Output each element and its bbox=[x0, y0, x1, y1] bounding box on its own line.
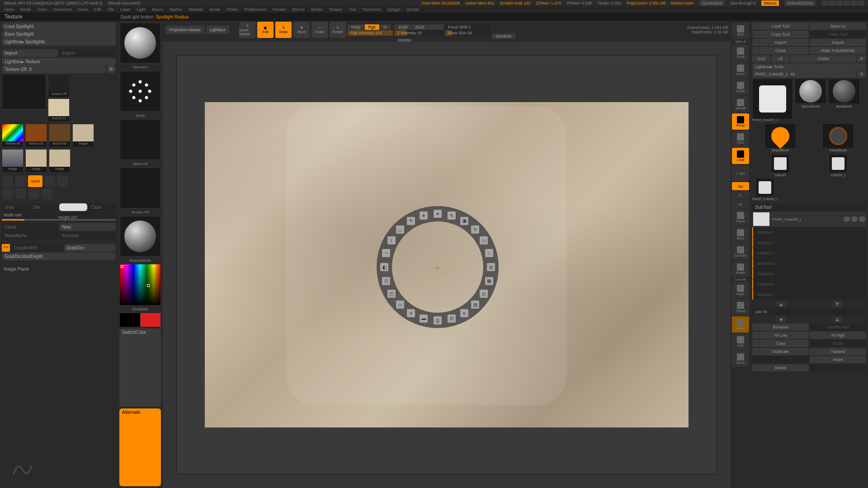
texture-slot[interactable]: BrushTxtr bbox=[49, 124, 71, 147]
main-color[interactable] bbox=[59, 203, 87, 211]
tex-tool-8[interactable] bbox=[42, 188, 52, 199]
texture-slot[interactable]: Image bbox=[2, 149, 24, 173]
subtool-slot[interactable]: Unused 2 bbox=[752, 238, 866, 248]
tool-r-button[interactable]: R bbox=[857, 70, 866, 78]
menu-edit[interactable]: Edit bbox=[94, 7, 101, 12]
xpose-button[interactable]: Xpose bbox=[732, 351, 749, 367]
tex-tool-4[interactable] bbox=[57, 176, 68, 187]
subtool-copy-button[interactable]: Copy bbox=[752, 340, 809, 347]
rgb-button[interactable]: Rgb bbox=[365, 24, 380, 30]
tool-pm3d[interactable] bbox=[755, 178, 774, 197]
window-btn-2[interactable] bbox=[829, 0, 835, 6]
window-btn-3[interactable] bbox=[836, 0, 843, 6]
subtool-slot[interactable]: Unused 1 bbox=[752, 227, 866, 237]
menu-transform[interactable]: Transform bbox=[362, 7, 381, 12]
quicksketch-button[interactable]: ✎Quick Sketch bbox=[239, 22, 255, 38]
grabdocdepth-button[interactable]: GrabDocAndDepth bbox=[2, 253, 116, 260]
tool-sphere[interactable] bbox=[795, 79, 826, 104]
menu-stencil[interactable]: Stencil bbox=[292, 7, 304, 12]
tool-cube1[interactable] bbox=[829, 154, 848, 173]
subtool-slot[interactable]: Unused 7 bbox=[752, 290, 866, 300]
material-selector[interactable] bbox=[120, 216, 160, 257]
menu-material[interactable]: Material bbox=[189, 7, 203, 12]
spotlight-tool-icon[interactable]: 〰 bbox=[382, 249, 390, 257]
spotlight-tool-icon[interactable]: ⌇ bbox=[387, 236, 396, 244]
subtool-header[interactable]: SubTool bbox=[752, 203, 866, 211]
edit-button[interactable]: ▣Edit bbox=[257, 22, 274, 38]
menu-render[interactable]: Render bbox=[273, 7, 286, 12]
lsym-button[interactable]: L.Sym bbox=[732, 165, 749, 181]
move3d-button[interactable]: Move bbox=[732, 226, 749, 243]
xyz-button[interactable]: Xyz bbox=[732, 182, 749, 190]
tex-tool-1[interactable] bbox=[2, 176, 13, 187]
transp-button[interactable]: Transp bbox=[732, 299, 749, 315]
zoom3d-button[interactable]: Zoom3D bbox=[732, 244, 749, 260]
spotlight-tool-icon[interactable]: ◡ bbox=[396, 225, 404, 234]
menu-zplugin[interactable]: Zplugin bbox=[387, 7, 401, 12]
m-button[interactable]: M bbox=[732, 200, 749, 208]
lightbox-button[interactable]: LightBox bbox=[206, 26, 229, 34]
frame-button[interactable]: Frame bbox=[732, 209, 749, 225]
pastetool-button[interactable]: Paste Tool bbox=[810, 31, 866, 38]
mrgb-button[interactable]: Mrgb bbox=[348, 24, 364, 30]
texture-slot[interactable]: Texture Off bbox=[48, 74, 70, 98]
spotlight-tool-icon[interactable]: ✦ bbox=[420, 211, 428, 220]
stroke-selector[interactable] bbox=[120, 71, 160, 112]
menu-picker[interactable]: Picker bbox=[226, 7, 238, 12]
menu-tool[interactable]: Tool bbox=[349, 7, 356, 12]
alternate-button[interactable]: Alternate bbox=[119, 408, 161, 487]
rgb-intensity-slider[interactable]: Rgb Intensity 100 bbox=[348, 30, 393, 36]
scroll-button[interactable]: Scroll bbox=[732, 45, 749, 61]
lightbox-spotlights-button[interactable]: Lightbox▸ Spotlights bbox=[2, 38, 116, 46]
draw-size-slider[interactable]: Draw Size 68 bbox=[445, 30, 491, 36]
goz-button[interactable]: GoZ bbox=[752, 55, 770, 62]
texture-slot[interactable]: Texture 01 bbox=[48, 99, 70, 122]
quicksave-button[interactable]: QuickSave bbox=[699, 0, 725, 6]
tool-eraser[interactable] bbox=[822, 123, 854, 149]
current-tool-label[interactable]: PM3D_Cube3D_1. 49 bbox=[752, 70, 856, 78]
export-tool-button[interactable]: Export bbox=[810, 39, 866, 46]
new-button[interactable]: New bbox=[59, 223, 116, 231]
spotlight-tool-icon[interactable]: ↻ bbox=[471, 225, 479, 234]
spotlight-tool-icon[interactable]: ▬ bbox=[420, 314, 428, 323]
subtool-slot[interactable]: Unused 3 bbox=[752, 248, 866, 258]
texture-selector[interactable] bbox=[120, 168, 160, 208]
window-btn-1[interactable] bbox=[822, 0, 828, 6]
spotlight-tool-icon[interactable]: ▣ bbox=[460, 217, 468, 225]
close-icon[interactable] bbox=[858, 0, 864, 6]
spotlight-tool-icon[interactable]: ▤ bbox=[471, 300, 479, 309]
makepoly-button[interactable]: Make PolyMesh3D bbox=[810, 47, 866, 54]
bpr-button[interactable]: BPR bbox=[732, 23, 749, 39]
clear-button[interactable]: Clear bbox=[88, 203, 116, 211]
menu-zscript[interactable]: Zscript bbox=[407, 7, 419, 12]
imageplane-section[interactable]: Image Plane bbox=[2, 265, 116, 273]
tex-tool-5[interactable] bbox=[2, 188, 13, 199]
texture-slot[interactable]: Image bbox=[25, 149, 47, 173]
duplicate-button[interactable]: Duplicate bbox=[752, 348, 809, 355]
lightbox-tools-button[interactable]: Lightbox▸ Tools bbox=[752, 63, 866, 70]
spotlight-tool-icon[interactable]: ◧ bbox=[380, 263, 388, 271]
eye-icon[interactable] bbox=[859, 216, 865, 222]
goz-all-button[interactable]: All bbox=[771, 55, 789, 62]
move-up-icon[interactable]: ▲ bbox=[777, 301, 786, 307]
tool-simple[interactable] bbox=[764, 123, 796, 149]
copytool-button[interactable]: Copy Tool bbox=[752, 31, 809, 38]
clone-tool-button[interactable]: Clone bbox=[752, 47, 809, 54]
menu-marker[interactable]: Marker bbox=[170, 7, 182, 12]
alllow-button[interactable]: All Low bbox=[752, 332, 809, 339]
subtool-paste-button[interactable]: Paste bbox=[810, 340, 866, 347]
grad-button[interactable]: Grad bbox=[2, 203, 30, 211]
menu-preferences[interactable]: Preferences bbox=[244, 7, 266, 12]
menu-light[interactable]: Light bbox=[137, 7, 146, 12]
m-button[interactable]: M bbox=[380, 24, 391, 30]
goz-visible-button[interactable]: Visible bbox=[790, 55, 856, 62]
texture-off-label[interactable]: Texture Off. 0 bbox=[2, 66, 106, 73]
r-button[interactable]: R bbox=[107, 66, 116, 73]
seethrough[interactable]: See-through 0 bbox=[730, 1, 756, 5]
menu-file[interactable]: File bbox=[108, 7, 114, 12]
paint-icon[interactable] bbox=[844, 216, 850, 222]
move-down-icon[interactable]: ▼ bbox=[777, 316, 786, 323]
scale-button[interactable]: ⤢Scale bbox=[311, 22, 328, 38]
rotate3d-button[interactable]: Rotate bbox=[732, 261, 749, 277]
dynamic-button[interactable]: Dynamic bbox=[492, 33, 515, 39]
